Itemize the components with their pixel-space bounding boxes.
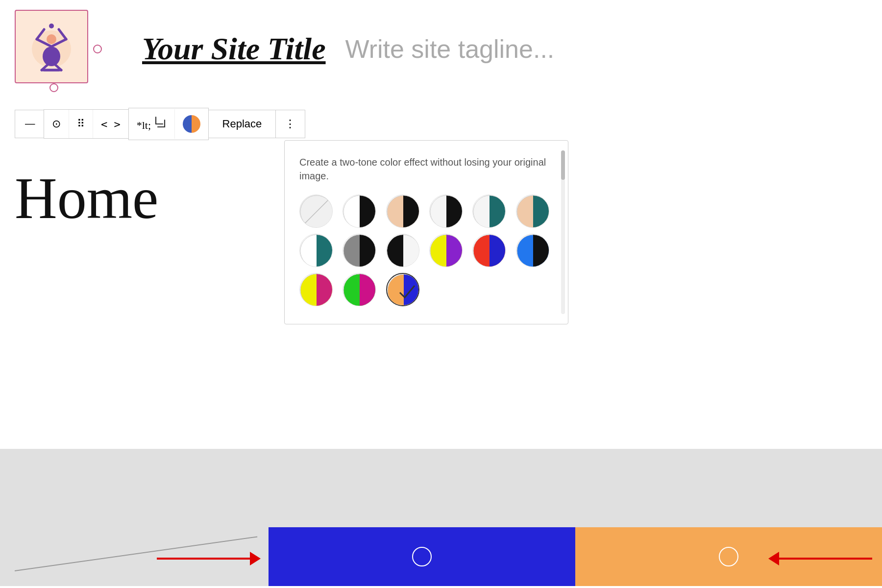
toolbar-group-2: *lt;	[128, 108, 209, 140]
swatch-mg-icon	[343, 273, 376, 306]
svg-point-7	[49, 24, 54, 28]
swatch-bw3-icon	[387, 234, 419, 267]
code-button[interactable]: < >	[93, 110, 128, 138]
right-arrow-head	[768, 552, 779, 565]
color-circle-icon	[183, 115, 200, 133]
left-arrow-line	[157, 558, 250, 560]
panel-scrollbar-thumb[interactable]	[561, 150, 565, 180]
swatch-black-blue[interactable]	[516, 234, 549, 267]
swatch-black-white2[interactable]	[429, 195, 463, 228]
swatch-br-icon	[473, 234, 506, 267]
header: Your Site Title Write site tagline...	[0, 0, 882, 98]
resize-handle-right[interactable]	[93, 45, 102, 53]
main-content: Home Create a two-tone color effect with…	[0, 145, 882, 586]
toolbar-group-1: ⊙ ⠿ < >	[44, 109, 129, 139]
svg-point-1	[43, 47, 60, 66]
resize-handle-bottom[interactable]	[49, 83, 58, 92]
color-circle-button[interactable]	[175, 108, 208, 140]
swatch-bw-icon	[343, 195, 376, 228]
swatch-bw2-icon	[430, 195, 463, 228]
swatch-teal-white[interactable]	[472, 195, 506, 228]
swatch-pink-y-icon	[300, 273, 333, 306]
panel-description: Create a two-tone color effect without l…	[299, 155, 553, 183]
swatch-magenta-green[interactable]	[343, 273, 376, 306]
yoga-icon	[27, 17, 76, 76]
wave-button[interactable]: ⊙	[44, 110, 69, 138]
color-bar-blue[interactable]	[269, 527, 575, 586]
swatch-teal-white2[interactable]	[299, 234, 333, 267]
swatch-purple-yellow[interactable]	[429, 234, 463, 267]
swatch-blue-orange[interactable]	[386, 273, 419, 306]
right-arrow-line	[779, 558, 872, 560]
swatch-none-icon	[300, 195, 333, 228]
site-title-area: Your Site Title	[142, 31, 326, 67]
swatch-tpeach-icon	[516, 195, 549, 228]
right-arrow	[768, 552, 872, 565]
wave-icon: ⊙	[52, 118, 61, 130]
swatch-bo-icon	[387, 274, 419, 306]
swatch-teal-peach[interactable]	[516, 195, 549, 228]
swatch-blue-red[interactable]	[472, 234, 506, 267]
swatch-black-white[interactable]	[343, 195, 376, 228]
swatch-tw2-icon	[300, 234, 333, 267]
swatch-pink-yellow[interactable]	[299, 273, 333, 306]
svg-point-2	[47, 34, 56, 44]
swatch-black-gray[interactable]	[343, 234, 376, 267]
swatch-py-icon	[430, 234, 463, 267]
color-swatches-grid	[299, 195, 553, 306]
swatch-black-peach[interactable]	[386, 195, 419, 228]
code-icon: < >	[101, 118, 121, 130]
color-bar-orange-handle[interactable]	[719, 547, 738, 566]
panel-scrollbar[interactable]	[561, 150, 565, 314]
grid-icon: ⠿	[77, 118, 85, 130]
color-bar-blue-handle[interactable]	[412, 547, 432, 566]
site-tagline[interactable]: Write site tagline...	[345, 34, 555, 64]
crop-button[interactable]: *lt;	[129, 109, 175, 139]
logo-image-box[interactable]	[15, 10, 88, 83]
toolbar: ⸻ ⊙ ⠿ < > *lt; Replace ⋮	[0, 103, 882, 145]
left-arrow-head	[250, 552, 261, 565]
align-button[interactable]: ⸻	[15, 110, 44, 138]
more-button[interactable]: ⋮	[275, 110, 305, 138]
swatch-black-white3[interactable]	[386, 234, 419, 267]
left-arrow	[157, 552, 261, 565]
replace-button[interactable]: Replace	[208, 110, 276, 138]
site-title[interactable]: Your Site Title	[142, 31, 326, 67]
swatch-none[interactable]	[299, 195, 333, 228]
logo-container[interactable]	[15, 10, 93, 88]
grid-button[interactable]: ⠿	[69, 110, 93, 138]
swatch-bblue-icon	[516, 234, 549, 267]
swatch-tw-icon	[473, 195, 506, 228]
swatch-bp-icon	[387, 195, 419, 228]
color-picker-panel: Create a two-tone color effect without l…	[284, 140, 568, 324]
align-icon: ⸻	[24, 118, 35, 130]
crop-icon: *lt;	[137, 116, 167, 132]
swatch-bg-icon	[343, 234, 376, 267]
more-icon: ⋮	[285, 118, 296, 130]
